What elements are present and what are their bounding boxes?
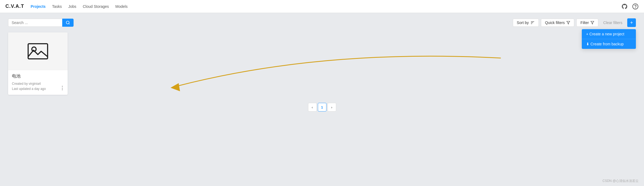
nav-item-cloud-storages[interactable]: Cloud Storages [83, 4, 109, 9]
nav-item-jobs[interactable]: Jobs [68, 4, 76, 9]
add-dropdown-menu: + Create a new project ⬇ Create from bac… [582, 29, 636, 49]
search-icon [66, 21, 70, 25]
navbar: C.V.A.T Projects Tasks Jobs Cloud Storag… [0, 0, 644, 13]
card-last-updated: Last updated a day ago [12, 86, 64, 92]
github-icon[interactable] [621, 3, 628, 10]
search-input[interactable] [8, 19, 62, 27]
add-button[interactable]: + [627, 18, 636, 27]
card-image [8, 32, 68, 70]
project-grid: 电池 Created by virginia4 Last updated a d… [8, 32, 636, 95]
search-wrapper [8, 19, 74, 27]
svg-point-2 [66, 21, 69, 24]
filter-icon [590, 21, 594, 25]
quick-filters-button[interactable]: Quick filters [541, 19, 574, 27]
pagination: ‹ 1 › [8, 103, 636, 111]
svg-rect-9 [28, 44, 48, 59]
pagination-prev[interactable]: ‹ [308, 103, 317, 111]
help-icon[interactable] [632, 3, 639, 10]
main-content: Sort by Quick filters Filter Clear [0, 13, 644, 186]
svg-marker-8 [591, 21, 594, 24]
content-area: 电池 Created by virginia4 Last updated a d… [8, 32, 636, 95]
pagination-current[interactable]: 1 [318, 103, 326, 111]
pagination-next[interactable]: › [328, 103, 336, 111]
filter-button[interactable]: Filter [576, 19, 598, 27]
brand-logo: C.V.A.T [5, 4, 24, 9]
svg-point-1 [635, 8, 636, 8]
sort-by-button[interactable]: Sort by [513, 19, 539, 27]
card-created-by: Created by virginia4 [12, 81, 64, 86]
search-button[interactable] [62, 19, 74, 27]
add-dropdown-container: + + Create a new project ⬇ Create from b… [627, 18, 636, 27]
svg-marker-7 [567, 21, 570, 24]
nav-item-tasks[interactable]: Tasks [52, 4, 62, 9]
card-more-button[interactable]: ⋮ [60, 85, 65, 91]
toolbar: Sort by Quick filters Filter Clear [8, 18, 636, 27]
toolbar-right: Sort by Quick filters Filter Clear [513, 18, 636, 27]
create-new-project-item[interactable]: + Create a new project [582, 29, 636, 39]
svg-line-3 [69, 23, 70, 24]
navbar-right [621, 3, 639, 10]
filter-funnel-icon [566, 21, 570, 25]
project-card: 电池 Created by virginia4 Last updated a d… [8, 32, 68, 95]
card-body: 电池 Created by virginia4 Last updated a d… [8, 70, 68, 95]
card-title: 电池 [12, 73, 64, 79]
create-from-backup-item[interactable]: ⬇ Create from backup [582, 39, 636, 49]
nav-item-models[interactable]: Models [115, 4, 128, 9]
clear-filters-button[interactable]: Clear filters [600, 19, 625, 26]
sort-icon [530, 21, 535, 25]
image-placeholder-icon [27, 40, 49, 62]
nav-item-projects[interactable]: Projects [31, 4, 45, 9]
watermark: CSDN @心清似水淡若云 [602, 179, 639, 183]
